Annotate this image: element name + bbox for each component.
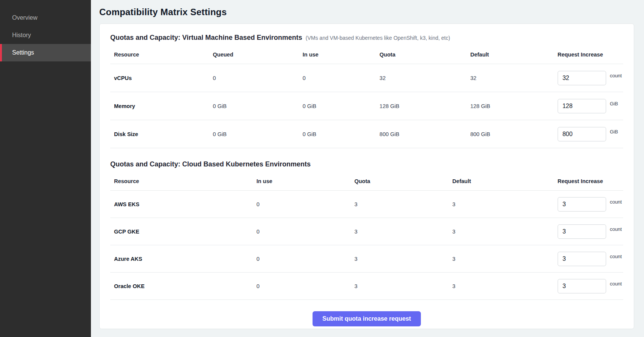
main-content: Compatibility Matrix Settings Quotas and… <box>91 0 644 337</box>
default-value: 3 <box>452 256 558 262</box>
default-value: 128 GiB <box>470 103 557 109</box>
in-use-value: 0 <box>256 283 355 289</box>
memory-request-input[interactable] <box>558 99 606 113</box>
table-row-memory: Memory 0 GiB 0 GiB 128 GiB 128 GiB GiB <box>110 92 623 120</box>
in-use-value: 0 GiB <box>303 131 380 137</box>
azure-aks-request-input[interactable] <box>558 252 606 266</box>
column-header-request-increase: Request Increase <box>558 52 623 58</box>
unit-label: count <box>610 281 622 287</box>
resource-label: vCPUs <box>110 75 213 81</box>
unit-label: count <box>610 254 622 259</box>
resource-label: GCP GKE <box>110 229 256 235</box>
in-use-value: 0 GiB <box>303 103 380 109</box>
vm-section-header: Quotas and Capacity: Virtual Machine Bas… <box>110 34 623 42</box>
request-increase-cell: count <box>558 71 623 85</box>
quota-value: 32 <box>380 75 470 81</box>
in-use-value: 0 <box>256 256 355 262</box>
disk-size-request-input[interactable] <box>558 127 606 141</box>
unit-label: count <box>610 226 622 232</box>
quota-value: 3 <box>354 283 452 289</box>
unit-label: GiB <box>610 101 618 107</box>
sidebar-item-history[interactable]: History <box>0 27 91 44</box>
quota-value: 3 <box>354 229 452 235</box>
vcpus-request-input[interactable] <box>558 71 606 85</box>
cloud-section-title: Quotas and Capacity: Cloud Based Kuberne… <box>110 160 311 168</box>
default-value: 800 GiB <box>470 131 557 137</box>
table-row-oracle-oke: Oracle OKE 0 3 3 count <box>110 273 623 300</box>
default-value: 3 <box>452 283 558 289</box>
unit-label: count <box>610 73 622 78</box>
column-header-in-use: In use <box>256 178 355 184</box>
queued-value: 0 <box>213 75 303 81</box>
queued-value: 0 GiB <box>213 131 303 137</box>
aws-eks-request-input[interactable] <box>558 197 606 212</box>
column-header-request-increase: Request Increase <box>558 178 623 184</box>
table-row-vcpus: vCPUs 0 0 32 32 count <box>110 64 623 92</box>
column-header-resource: Resource <box>110 178 256 184</box>
column-header-in-use: In use <box>303 52 380 58</box>
quota-value: 800 GiB <box>380 131 470 137</box>
settings-card: Quotas and Capacity: Virtual Machine Bas… <box>99 24 634 329</box>
column-header-queued: Queued <box>213 52 303 58</box>
oracle-oke-request-input[interactable] <box>558 279 606 293</box>
quota-value: 128 GiB <box>380 103 470 109</box>
sidebar-item-overview[interactable]: Overview <box>0 9 91 27</box>
table-row-azure-aks: Azure AKS 0 3 3 count <box>110 245 623 273</box>
cloud-quota-section: Quotas and Capacity: Cloud Based Kuberne… <box>110 160 623 300</box>
default-value: 32 <box>470 75 557 81</box>
request-increase-cell: GiB <box>558 99 623 113</box>
resource-label: AWS EKS <box>110 201 256 207</box>
column-header-default: Default <box>470 52 557 58</box>
unit-label: GiB <box>610 129 618 135</box>
in-use-value: 0 <box>256 201 355 207</box>
resource-label: Disk Size <box>110 131 213 137</box>
quota-value: 3 <box>354 201 452 207</box>
table-row-aws-eks: AWS EKS 0 3 3 count <box>110 191 623 218</box>
in-use-value: 0 <box>256 229 355 235</box>
column-header-resource: Resource <box>110 52 213 58</box>
request-increase-cell: GiB <box>558 127 623 141</box>
default-value: 3 <box>452 229 558 235</box>
request-increase-cell: count <box>558 279 623 293</box>
table-row-gcp-gke: GCP GKE 0 3 3 count <box>110 218 623 245</box>
submit-area: Submit quota increase request <box>110 311 623 326</box>
unit-label: count <box>610 199 622 205</box>
cloud-section-header: Quotas and Capacity: Cloud Based Kuberne… <box>110 160 623 168</box>
column-header-default: Default <box>452 178 558 184</box>
vm-quota-section: Quotas and Capacity: Virtual Machine Bas… <box>110 34 623 148</box>
request-increase-cell: count <box>558 224 623 239</box>
page-title: Compatibility Matrix Settings <box>99 7 634 17</box>
vm-table-header: Resource Queued In use Quota Default Req… <box>110 46 623 64</box>
quota-value: 3 <box>354 256 452 262</box>
default-value: 3 <box>452 201 558 207</box>
queued-value: 0 GiB <box>213 103 303 109</box>
resource-label: Oracle OKE <box>110 283 256 289</box>
table-row-disk-size: Disk Size 0 GiB 0 GiB 800 GiB 800 GiB Gi… <box>110 120 623 148</box>
cloud-table-header: Resource In use Quota Default Request In… <box>110 173 623 191</box>
in-use-value: 0 <box>303 75 380 81</box>
gcp-gke-request-input[interactable] <box>558 224 606 239</box>
request-increase-cell: count <box>558 252 623 266</box>
column-header-quota: Quota <box>354 178 452 184</box>
sidebar: Overview History Settings <box>0 0 91 337</box>
request-increase-cell: count <box>558 197 623 212</box>
resource-label: Azure AKS <box>110 256 256 262</box>
vm-section-subtitle: (VMs and VM-based Kubernetes like OpenSh… <box>306 35 450 41</box>
column-header-quota: Quota <box>380 52 470 58</box>
vm-section-title: Quotas and Capacity: Virtual Machine Bas… <box>110 34 302 42</box>
submit-quota-increase-button[interactable]: Submit quota increase request <box>313 311 421 326</box>
resource-label: Memory <box>110 103 213 109</box>
sidebar-item-settings[interactable]: Settings <box>0 44 91 61</box>
